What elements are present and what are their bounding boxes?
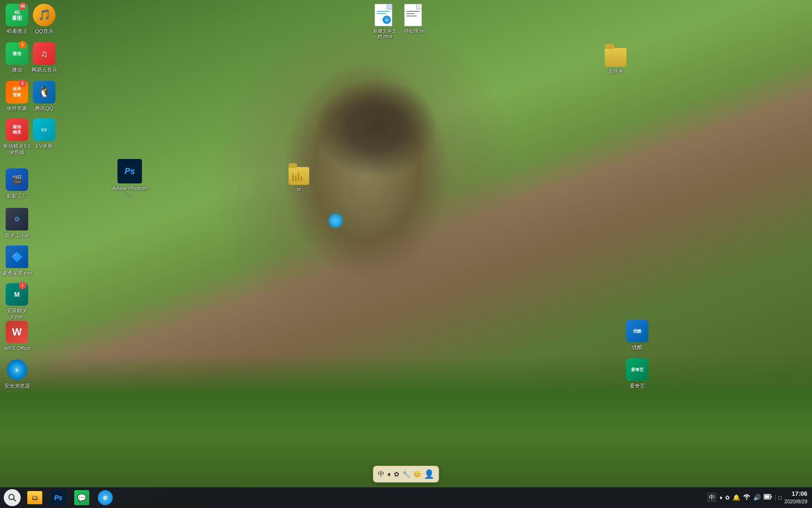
tray-notification[interactable]: 🔔	[733, 494, 740, 501]
tray-volume[interactable]: 🔊	[753, 494, 761, 501]
icon-安装精灵[interactable]: M ! 安装精灵9.exe	[0, 283, 34, 320]
icon-youku[interactable]: 优酷 优酷	[620, 320, 654, 350]
tray-icon1[interactable]: ♦	[719, 494, 722, 501]
icon-影影工厂[interactable]: 🎬 影影工厂	[0, 168, 34, 199]
toolbar-punctuation-icon[interactable]: ♦	[387, 470, 390, 478]
desktop: 45看图 45 45看图王 🎵 QQ音乐 微信 1 微信 ♫ 网易云音乐 收件管…	[0, 0, 812, 508]
taskbar-left: 🗂 Ps 💬 e	[0, 488, 118, 507]
svg-rect-4	[765, 495, 770, 499]
toolbar-ime-icon[interactable]: 中	[378, 470, 384, 478]
search-button[interactable]	[4, 489, 21, 506]
floating-ime-toolbar[interactable]: 中 ♦ ✿ 🔧 😊 👤	[373, 466, 439, 483]
icon-qq音乐[interactable]: 🎵 QQ音乐	[27, 4, 61, 34]
tray-ime[interactable]: 中	[707, 492, 717, 502]
toolbar-smiley-icon[interactable]: 😊	[413, 470, 421, 478]
icon-txt-file[interactable]: 待处理.txt	[398, 4, 430, 34]
icon-安全浏览器[interactable]: e 安全浏览器	[0, 358, 34, 389]
svg-point-2	[746, 499, 748, 500]
tray-battery[interactable]	[764, 494, 772, 501]
taskbar-ie[interactable]: e	[94, 488, 117, 507]
taskbar-wechat[interactable]: 💬	[70, 488, 93, 507]
taskbar: 🗂 Ps 💬 e	[0, 487, 812, 508]
svg-rect-5	[771, 496, 772, 498]
taskbar-photoshop[interactable]: Ps	[47, 488, 70, 507]
icon-渗透exe[interactable]: 🔷 渗透深度.exe	[0, 246, 34, 276]
system-clock[interactable]: 17:06 2020/8/29	[784, 490, 807, 506]
taskbar-right: 中 ♦ ✿ 🔔 🔊 □ 17:06	[703, 490, 812, 506]
icon-wps-office[interactable]: W WPS Office	[0, 321, 34, 351]
clock-date: 2020/8/29	[784, 498, 807, 505]
tray-show-desktop[interactable]: □	[775, 495, 781, 500]
tray-icon2[interactable]: ✿	[725, 494, 730, 501]
icon-iqiyi[interactable]: 爱奇艺 爱奇艺	[620, 358, 654, 389]
svg-line-1	[14, 499, 16, 501]
loading-cursor	[329, 214, 342, 227]
icon-folder-right[interactable]: 文件夹	[599, 45, 632, 74]
icon-EV录屏[interactable]: EV EV录屏	[27, 119, 61, 149]
icon-ts-folder[interactable]: ts	[282, 164, 316, 192]
icon-网易云音乐[interactable]: ♫ 网易云音乐	[27, 42, 61, 73]
clock-time: 17:06	[784, 490, 807, 498]
tray-network[interactable]	[743, 493, 750, 502]
icon-双开bat[interactable]: ⚙ 双开工.bat	[0, 208, 34, 238]
toolbar-settings-icon[interactable]: 🔧	[402, 470, 410, 478]
taskbar-file-manager[interactable]: 🗂	[23, 488, 46, 507]
toolbar-person-icon[interactable]: 👤	[424, 469, 434, 479]
icon-腾讯QQ[interactable]: 🐧 腾讯QQ	[27, 81, 61, 111]
icon-adobe-photoshop[interactable]: Ps Adobe Photosho...	[111, 159, 148, 198]
toolbar-soft-keyboard-icon[interactable]: ✿	[394, 470, 399, 478]
icon-html-file[interactable]: e 新建文本文档.html	[369, 4, 401, 40]
